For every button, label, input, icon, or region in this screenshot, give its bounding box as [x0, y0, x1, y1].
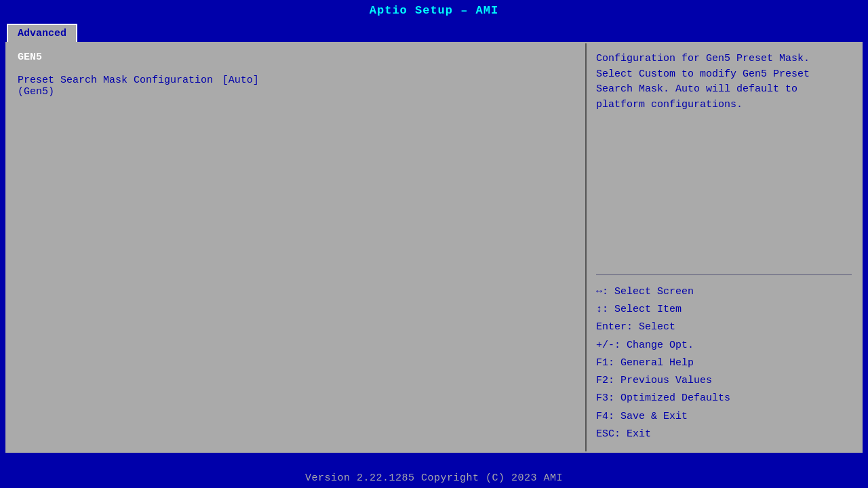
menu-item-label: Preset Search Mask Configuration — [18, 75, 213, 86]
key-f2: F2: Previous Values — [596, 372, 852, 390]
tab-bar: Advanced — [0, 21, 868, 42]
key-esc: ESC: Exit — [596, 426, 852, 443]
key-change-opt: +/-: Change Opt. — [596, 337, 852, 354]
app-title: Aptio Setup – AMI — [370, 4, 498, 17]
key-f1: F1: General Help — [596, 354, 852, 372]
divider — [596, 274, 852, 275]
section-title: GEN5 — [18, 52, 574, 63]
footer: Version 2.22.1285 Copyright (C) 2023 AMI — [0, 468, 868, 488]
key-f4: F4: Save & Exit — [596, 408, 852, 426]
help-text: Configuration for Gen5 Preset Mask. Sele… — [596, 52, 852, 266]
key-select-item: ↕: Select Item — [596, 301, 852, 319]
key-enter: Enter: Select — [596, 319, 852, 336]
key-legend: ↔: Select Screen ↕: Select Item Enter: S… — [596, 283, 852, 443]
menu-item-value: [Auto] — [222, 75, 259, 86]
menu-item-preset-search[interactable]: Preset Search Mask Configuration [Auto] … — [18, 74, 574, 98]
footer-text: Version 2.22.1285 Copyright (C) 2023 AMI — [305, 472, 563, 484]
key-select-screen: ↔: Select Screen — [596, 283, 852, 301]
key-f3: F3: Optimized Defaults — [596, 390, 852, 407]
tab-advanced[interactable]: Advanced — [7, 24, 77, 42]
main-content: GEN5 Preset Search Mask Configuration [A… — [5, 42, 863, 453]
left-panel: GEN5 Preset Search Mask Configuration [A… — [7, 43, 587, 451]
menu-item-sub-label: (Gen5) — [18, 86, 259, 98]
right-panel: Configuration for Gen5 Preset Mask. Sele… — [587, 43, 861, 451]
title-bar: Aptio Setup – AMI — [0, 0, 868, 21]
